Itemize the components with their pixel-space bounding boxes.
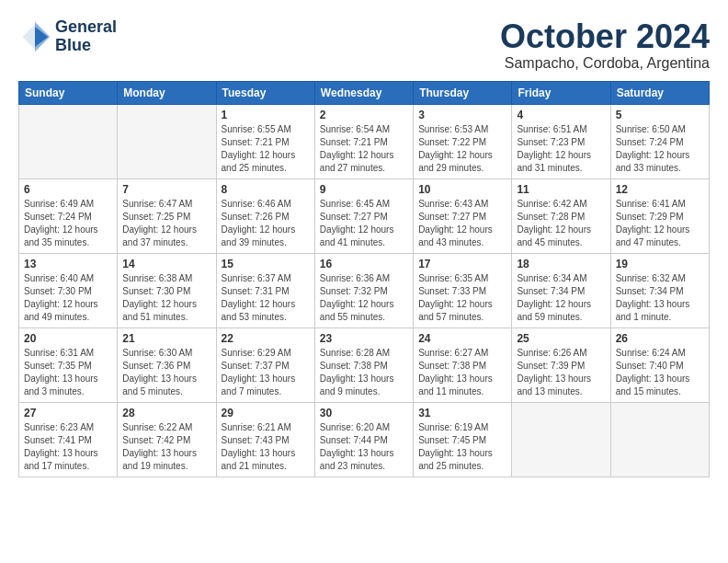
day-info: Sunrise: 6:30 AM Sunset: 7:36 PM Dayligh…: [122, 347, 210, 398]
location: Sampacho, Cordoba, Argentina: [500, 55, 710, 72]
day-info: Sunrise: 6:54 AM Sunset: 7:21 PM Dayligh…: [320, 123, 408, 175]
day-number: 11: [517, 183, 605, 196]
weekday-header: Thursday: [414, 81, 512, 104]
day-number: 28: [122, 407, 210, 419]
weekday-header: Friday: [512, 81, 610, 104]
day-info: Sunrise: 6:22 AM Sunset: 7:42 PM Dayligh…: [122, 421, 210, 473]
day-info: Sunrise: 6:19 AM Sunset: 7:45 PM Dayligh…: [418, 421, 506, 473]
calendar-day-cell: 18Sunrise: 6:34 AM Sunset: 7:34 PM Dayli…: [512, 253, 610, 327]
calendar-day-cell: 21Sunrise: 6:30 AM Sunset: 7:36 PM Dayli…: [118, 327, 216, 402]
day-number: 30: [320, 407, 408, 419]
calendar-day-cell: 14Sunrise: 6:38 AM Sunset: 7:30 PM Dayli…: [118, 253, 216, 327]
day-info: Sunrise: 6:49 AM Sunset: 7:24 PM Dayligh…: [24, 198, 112, 249]
day-info: Sunrise: 6:50 AM Sunset: 7:24 PM Dayligh…: [616, 123, 704, 175]
calendar-day-cell: 7Sunrise: 6:47 AM Sunset: 7:25 PM Daylig…: [118, 178, 216, 253]
calendar-week-row: 27Sunrise: 6:23 AM Sunset: 7:41 PM Dayli…: [19, 402, 710, 477]
calendar-week-row: 20Sunrise: 6:31 AM Sunset: 7:35 PM Dayli…: [19, 327, 710, 402]
day-number: 18: [517, 258, 605, 270]
day-info: Sunrise: 6:55 AM Sunset: 7:21 PM Dayligh…: [222, 123, 310, 175]
day-number: 3: [418, 109, 506, 121]
calendar-day-cell: 16Sunrise: 6:36 AM Sunset: 7:32 PM Dayli…: [314, 253, 413, 327]
day-number: 24: [418, 332, 506, 345]
day-number: 21: [122, 332, 210, 345]
day-info: Sunrise: 6:28 AM Sunset: 7:38 PM Dayligh…: [320, 347, 408, 398]
weekday-header: Tuesday: [216, 81, 314, 104]
day-info: Sunrise: 6:47 AM Sunset: 7:25 PM Dayligh…: [122, 198, 210, 249]
calendar-day-cell: 6Sunrise: 6:49 AM Sunset: 7:24 PM Daylig…: [19, 178, 118, 253]
day-info: Sunrise: 6:42 AM Sunset: 7:28 PM Dayligh…: [517, 198, 605, 249]
calendar-day-cell: 8Sunrise: 6:46 AM Sunset: 7:26 PM Daylig…: [216, 178, 314, 253]
day-info: Sunrise: 6:38 AM Sunset: 7:30 PM Dayligh…: [122, 272, 210, 324]
day-info: Sunrise: 6:31 AM Sunset: 7:35 PM Dayligh…: [24, 347, 112, 398]
day-info: Sunrise: 6:41 AM Sunset: 7:29 PM Dayligh…: [616, 198, 704, 249]
day-info: Sunrise: 6:40 AM Sunset: 7:30 PM Dayligh…: [24, 272, 112, 324]
day-info: Sunrise: 6:29 AM Sunset: 7:37 PM Dayligh…: [222, 347, 310, 398]
logo-icon: [18, 20, 51, 53]
day-number: 15: [222, 258, 310, 270]
day-info: Sunrise: 6:26 AM Sunset: 7:39 PM Dayligh…: [517, 347, 605, 398]
day-number: 12: [616, 183, 704, 196]
day-number: 27: [24, 407, 112, 419]
calendar-week-row: 1Sunrise: 6:55 AM Sunset: 7:21 PM Daylig…: [19, 104, 710, 178]
calendar-day-cell: 11Sunrise: 6:42 AM Sunset: 7:28 PM Dayli…: [512, 178, 610, 253]
calendar-week-row: 13Sunrise: 6:40 AM Sunset: 7:30 PM Dayli…: [19, 253, 710, 327]
day-number: 9: [320, 183, 408, 196]
calendar-day-cell: 12Sunrise: 6:41 AM Sunset: 7:29 PM Dayli…: [610, 178, 709, 253]
calendar-day-cell: 23Sunrise: 6:28 AM Sunset: 7:38 PM Dayli…: [314, 327, 413, 402]
day-number: 14: [122, 258, 210, 270]
day-number: 29: [222, 407, 310, 419]
calendar-day-cell: 10Sunrise: 6:43 AM Sunset: 7:27 PM Dayli…: [414, 178, 512, 253]
calendar-day-cell: 9Sunrise: 6:45 AM Sunset: 7:27 PM Daylig…: [314, 178, 413, 253]
day-info: Sunrise: 6:35 AM Sunset: 7:33 PM Dayligh…: [418, 272, 506, 324]
calendar-day-cell: 1Sunrise: 6:55 AM Sunset: 7:21 PM Daylig…: [216, 104, 314, 178]
calendar-day-cell: 15Sunrise: 6:37 AM Sunset: 7:31 PM Dayli…: [216, 253, 314, 327]
calendar-day-cell: 30Sunrise: 6:20 AM Sunset: 7:44 PM Dayli…: [314, 402, 413, 477]
day-number: 16: [320, 258, 408, 270]
weekday-header: Saturday: [610, 81, 709, 104]
day-info: Sunrise: 6:46 AM Sunset: 7:26 PM Dayligh…: [222, 198, 310, 249]
day-number: 8: [222, 183, 310, 196]
day-info: Sunrise: 6:27 AM Sunset: 7:38 PM Dayligh…: [418, 347, 506, 398]
day-info: Sunrise: 6:45 AM Sunset: 7:27 PM Dayligh…: [320, 198, 408, 249]
calendar-day-cell: [19, 104, 118, 178]
day-number: 31: [418, 407, 506, 419]
day-info: Sunrise: 6:51 AM Sunset: 7:23 PM Dayligh…: [517, 123, 605, 175]
day-number: 13: [24, 258, 112, 270]
day-info: Sunrise: 6:32 AM Sunset: 7:34 PM Dayligh…: [616, 272, 704, 324]
calendar-day-cell: 25Sunrise: 6:26 AM Sunset: 7:39 PM Dayli…: [512, 327, 610, 402]
calendar-day-cell: 22Sunrise: 6:29 AM Sunset: 7:37 PM Dayli…: [216, 327, 314, 402]
calendar-day-cell: [512, 402, 610, 477]
day-info: Sunrise: 6:23 AM Sunset: 7:41 PM Dayligh…: [24, 421, 112, 473]
calendar-day-cell: 3Sunrise: 6:53 AM Sunset: 7:22 PM Daylig…: [414, 104, 512, 178]
calendar-day-cell: 4Sunrise: 6:51 AM Sunset: 7:23 PM Daylig…: [512, 104, 610, 178]
calendar-day-cell: 29Sunrise: 6:21 AM Sunset: 7:43 PM Dayli…: [216, 402, 314, 477]
calendar-day-cell: 31Sunrise: 6:19 AM Sunset: 7:45 PM Dayli…: [414, 402, 512, 477]
calendar-day-cell: 24Sunrise: 6:27 AM Sunset: 7:38 PM Dayli…: [414, 327, 512, 402]
calendar-day-cell: [118, 104, 216, 178]
calendar-day-cell: 2Sunrise: 6:54 AM Sunset: 7:21 PM Daylig…: [314, 104, 413, 178]
weekday-header: Monday: [118, 81, 216, 104]
day-info: Sunrise: 6:37 AM Sunset: 7:31 PM Dayligh…: [222, 272, 310, 324]
page-header: General Blue October 2024 Sampacho, Cord…: [18, 18, 710, 72]
logo-text: General Blue: [55, 18, 117, 55]
calendar-day-cell: 20Sunrise: 6:31 AM Sunset: 7:35 PM Dayli…: [19, 327, 118, 402]
weekday-header: Wednesday: [314, 81, 413, 104]
day-info: Sunrise: 6:20 AM Sunset: 7:44 PM Dayligh…: [320, 421, 408, 473]
calendar-day-cell: 26Sunrise: 6:24 AM Sunset: 7:40 PM Dayli…: [610, 327, 709, 402]
day-info: Sunrise: 6:43 AM Sunset: 7:27 PM Dayligh…: [418, 198, 506, 249]
day-info: Sunrise: 6:34 AM Sunset: 7:34 PM Dayligh…: [517, 272, 605, 324]
calendar-day-cell: 19Sunrise: 6:32 AM Sunset: 7:34 PM Dayli…: [610, 253, 709, 327]
day-number: 10: [418, 183, 506, 196]
title-area: October 2024 Sampacho, Cordoba, Argentin…: [500, 18, 710, 72]
calendar-week-row: 6Sunrise: 6:49 AM Sunset: 7:24 PM Daylig…: [19, 178, 710, 253]
calendar-day-cell: 13Sunrise: 6:40 AM Sunset: 7:30 PM Dayli…: [19, 253, 118, 327]
day-number: 7: [122, 183, 210, 196]
calendar-day-cell: [610, 402, 709, 477]
calendar-day-cell: 5Sunrise: 6:50 AM Sunset: 7:24 PM Daylig…: [610, 104, 709, 178]
weekday-header: Sunday: [19, 81, 118, 104]
day-number: 2: [320, 109, 408, 121]
calendar-day-cell: 28Sunrise: 6:22 AM Sunset: 7:42 PM Dayli…: [118, 402, 216, 477]
day-number: 4: [517, 109, 605, 121]
logo: General Blue: [18, 18, 117, 55]
calendar-day-cell: 17Sunrise: 6:35 AM Sunset: 7:33 PM Dayli…: [414, 253, 512, 327]
